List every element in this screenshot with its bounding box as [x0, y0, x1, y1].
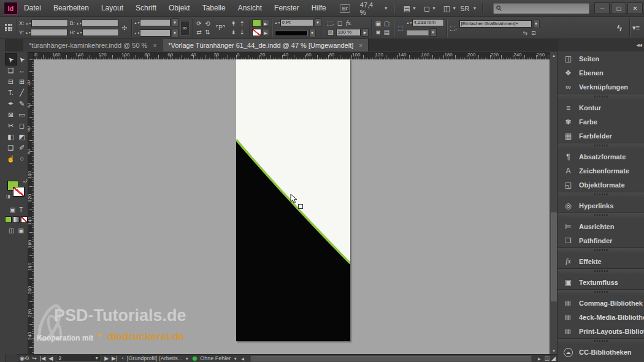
dock-divider[interactable]	[558, 192, 644, 198]
chevron-down-icon[interactable]: ▼	[172, 18, 178, 27]
panel-item-farbfelder[interactable]: ▦Farbfelder	[558, 129, 644, 143]
document-tab-1[interactable]: *türanhänger-kaminkehrer.indd @ 50 %×	[23, 39, 163, 51]
previous-page-button[interactable]: ◀	[48, 355, 53, 361]
stepper[interactable]: ▲▼	[76, 22, 80, 25]
note-tool[interactable]: ❑	[6, 142, 17, 153]
preflight-profile-dropdown[interactable]: [Grundprofil] (Arbeits... ▼	[127, 355, 189, 361]
workspace-switcher[interactable]: SR ▼	[460, 5, 477, 12]
search-input[interactable]	[504, 4, 580, 12]
tab-close-icon[interactable]: ×	[359, 42, 362, 49]
select-next-object-icon[interactable]: ↡	[231, 29, 236, 36]
last-page-button[interactable]: ▶|	[112, 355, 117, 361]
dock-divider[interactable]	[558, 247, 644, 254]
flip-vertical-icon[interactable]: ⇅	[205, 29, 210, 36]
page-tool[interactable]: ❏	[6, 65, 17, 76]
x-position-field[interactable]	[31, 20, 68, 27]
panel-item-ebenen[interactable]: ❖Ebenen	[558, 66, 644, 80]
direct-selection-tool[interactable]: ➤	[17, 54, 28, 65]
opacity-field[interactable]: 100 %	[336, 29, 361, 36]
zoom-level-dropdown[interactable]: 47,4 % ▼	[360, 1, 388, 16]
normal-view-mode-icon[interactable]: ◫	[9, 227, 14, 234]
select-container-icon[interactable]: ⌜P⌝	[214, 25, 228, 31]
scale-x-field[interactable]	[140, 19, 171, 26]
rotate-ccw-icon[interactable]: ⟲	[205, 20, 210, 27]
gradient-feather-tool[interactable]: ◩	[17, 131, 28, 142]
stepper[interactable]: ▲▼	[275, 21, 279, 24]
screen-mode-dropdown[interactable]: ◻ ▼	[424, 4, 436, 13]
opacity-icon[interactable]: ▨	[327, 29, 335, 36]
pen-tool[interactable]: ✒	[6, 98, 17, 109]
view-options-dropdown[interactable]: ▤ ▼	[404, 4, 416, 13]
corner-shape-dropdown[interactable]	[407, 30, 429, 36]
menu-datei[interactable]: Datei	[18, 0, 47, 17]
quick-apply-lightning-icon[interactable]: ϟ	[617, 23, 622, 33]
wrap-around-object-icon[interactable]: ◙	[376, 29, 380, 36]
type-tool[interactable]: T.	[6, 87, 17, 98]
scroll-right-icon[interactable]: ▶	[537, 356, 542, 361]
selection-tool[interactable]: ➤	[6, 54, 17, 65]
menu-bearbeiten[interactable]: Bearbeiten	[47, 0, 95, 17]
pencil-tool[interactable]: ✎	[17, 98, 28, 109]
dock-divider[interactable]	[558, 143, 644, 149]
menu-fenster[interactable]: Fenster	[268, 0, 305, 17]
panel-item-hyperlinks[interactable]: ◎Hyperlinks	[558, 198, 644, 213]
free-transform-tool[interactable]: ◻	[17, 120, 28, 131]
zoom-tool[interactable]: ○	[17, 153, 28, 164]
gap-tool[interactable]: ↔	[17, 65, 28, 76]
panel-item-kontur[interactable]: ≡Kontur	[558, 100, 644, 115]
constrain-scale-link-icon[interactable]: ∞	[180, 21, 190, 36]
formatting-affects-text-icon[interactable]: T	[19, 206, 23, 213]
menu-tabelle[interactable]: Tabelle	[196, 0, 232, 17]
rectangle-tool[interactable]: ▭	[17, 109, 28, 120]
constrain-dimensions-icon[interactable]: ✣	[121, 25, 129, 31]
split-view-icon[interactable]: ◫	[545, 355, 550, 361]
stroke-swatch[interactable]	[13, 187, 25, 197]
preflight-icon[interactable]: ◉⟲	[20, 355, 29, 361]
dock-divider[interactable]	[558, 268, 644, 275]
scroll-left-icon[interactable]: ◀	[240, 356, 245, 361]
panel-item-absatzformate[interactable]: ¶Absatzformate	[558, 149, 644, 164]
stepper[interactable]: ▲▼	[25, 31, 29, 34]
swap-fill-stroke-icon[interactable]: ⤾	[23, 178, 28, 184]
dock-divider[interactable]	[558, 289, 644, 296]
stroke-type-dropdown[interactable]	[275, 31, 308, 36]
select-previous-object-icon[interactable]: ↟	[231, 20, 236, 27]
hand-tool[interactable]: ☝	[6, 153, 17, 164]
panel-item-textumfluss[interactable]: ▣Textumfluss	[558, 275, 644, 289]
dock-divider[interactable]	[558, 94, 644, 100]
y-position-field[interactable]	[31, 29, 67, 36]
stroke-weight-field[interactable]: 0 Pt	[280, 19, 313, 26]
dock-divider[interactable]	[558, 213, 644, 219]
document-tab-2[interactable]: *Vorlage Türanhänger 61_44_de.indd @ 47 …	[163, 39, 369, 51]
panel-item-zeichenformate[interactable]: AZeichenformate	[558, 164, 644, 178]
eyedropper-tool[interactable]: ✐	[17, 142, 28, 153]
scissors-tool[interactable]: ✂	[6, 120, 17, 131]
object-style-dropdown[interactable]: [Einfacher Grafikrahmen]+	[459, 20, 532, 28]
bridge-button[interactable]: Br	[340, 4, 350, 13]
apply-gradient-button[interactable]	[13, 216, 20, 223]
gradient-tool[interactable]: ◧	[6, 131, 17, 142]
preview-mode-icon[interactable]: ▣	[18, 227, 24, 234]
select-content-icon[interactable]: ⇡	[239, 20, 244, 27]
line-tool[interactable]: ╱	[17, 87, 28, 98]
stepper[interactable]: ▲▼	[26, 22, 30, 25]
stroke-color-swatch[interactable]	[252, 29, 261, 36]
menu-schrift[interactable]: Schrift	[129, 0, 163, 17]
panel-item-verknuepfungen[interactable]: ∞Verknüpfungen	[558, 80, 644, 94]
search-box[interactable]	[493, 3, 589, 14]
chevron-icon[interactable]: ▶	[362, 28, 369, 37]
apply-none-button[interactable]	[21, 216, 28, 223]
panel-item-farbe[interactable]: ✾Farbe	[558, 115, 644, 129]
panel-item-effekte[interactable]: fxEffekte	[558, 254, 644, 268]
quick-apply-icon[interactable]: ⇆	[523, 30, 527, 36]
stepper[interactable]: ▲▼	[134, 21, 139, 24]
content-collector-tool[interactable]: ⊟	[6, 76, 17, 87]
stepper[interactable]: ▲▼	[77, 31, 81, 34]
no-text-wrap-icon[interactable]: ▣	[375, 20, 381, 27]
clear-overrides-icon[interactable]: ⊡	[531, 30, 536, 36]
menu-hilfe[interactable]: Hilfe	[305, 0, 332, 17]
chevron-down-icon[interactable]: ▼	[533, 20, 540, 28]
apply-color-button[interactable]	[5, 216, 12, 223]
chevron-down-icon[interactable]: ▼	[315, 18, 321, 27]
content-placer-tool[interactable]: ⊞	[17, 76, 28, 87]
